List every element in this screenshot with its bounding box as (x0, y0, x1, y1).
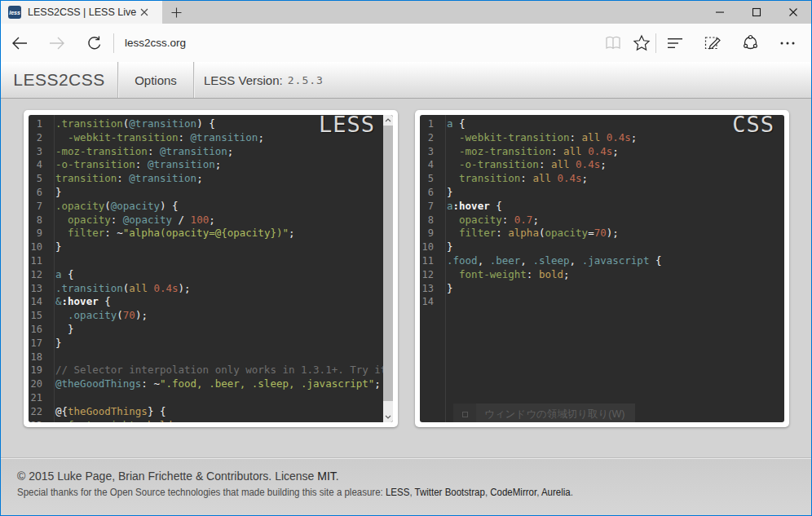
line-number: 5 (29, 172, 48, 186)
footer-link-twitter-bootstrap[interactable]: Twitter Bootstrap (415, 487, 485, 498)
code-line[interactable]: 11.food, .beer, .sleep, .javascript { (420, 254, 784, 268)
site-brand[interactable]: LESS2CSS (1, 62, 118, 98)
code-line[interactable]: 15 .opacity(70); (29, 309, 393, 323)
code-line[interactable]: 4 -o-transition: all 0.4s; (420, 158, 784, 172)
line-number: 7 (420, 200, 439, 214)
code-line[interactable]: 7a:hover { (420, 200, 784, 214)
version-label: LESS Version: (204, 73, 283, 87)
reading-view-icon[interactable] (598, 24, 627, 62)
code-line[interactable]: 14 (420, 295, 784, 309)
line-number: 1 (29, 117, 48, 131)
new-tab-button[interactable] (162, 1, 190, 24)
hub-icon[interactable] (656, 24, 694, 62)
line-number: 20 (29, 377, 48, 391)
code-line[interactable]: 13} (420, 282, 784, 296)
code-line[interactable]: 6} (420, 186, 784, 200)
line-number: 23 (29, 419, 48, 422)
copyright-text: © 2015 Luke Page, Brian Frichette & Cont… (17, 470, 317, 483)
line-number: 7 (29, 200, 48, 214)
code-line[interactable]: 23 font-weight: bold; (29, 419, 393, 422)
less-editor[interactable]: 1.transition(@transition) {2 -webkit-tra… (29, 115, 393, 422)
footer-link-aurelia[interactable]: Aurelia (541, 487, 571, 498)
line-number: 16 (29, 323, 48, 337)
tab-strip: less LESS2CSS | LESS Live Pr (1, 1, 811, 24)
code-line[interactable]: 9 filter: alpha(opacity=70); (420, 227, 784, 240)
code-line[interactable]: 22@{theGoodThings} { (29, 405, 393, 419)
code-line[interactable]: 10} (420, 240, 784, 254)
code-line[interactable]: 19// Selector interpolation only works i… (29, 364, 393, 377)
line-number: 13 (420, 282, 439, 296)
footer-thanks: Special thanks for the Open Source techn… (17, 487, 748, 498)
browser-window: less LESS2CSS | LESS Live Pr (0, 0, 812, 516)
code-line[interactable]: 5 transition: all 0.4s; (420, 172, 784, 186)
maximize-button[interactable] (738, 1, 774, 24)
ghost-snip-icon (453, 404, 476, 422)
minimize-button[interactable] (701, 1, 738, 24)
line-number: 9 (420, 227, 439, 240)
code-line[interactable]: 17} (29, 337, 393, 351)
less-version: LESS Version: 2.5.3 (194, 62, 324, 98)
close-window-button[interactable] (774, 1, 811, 24)
web-note-icon[interactable] (694, 24, 731, 62)
scroll-up-icon[interactable] (383, 115, 393, 126)
code-line[interactable]: 3 -moz-transition: all 0.4s; (420, 145, 784, 159)
line-number: 12 (29, 268, 48, 282)
footer-link-less[interactable]: LESS (386, 487, 409, 498)
browser-tab[interactable]: less LESS2CSS | LESS Live Pr (1, 1, 162, 24)
favorites-star-icon[interactable] (627, 24, 655, 62)
code-line[interactable]: 12a { (29, 268, 393, 282)
less-favicon: less (8, 6, 21, 19)
code-line[interactable]: 3-moz-transition: @transition; (29, 145, 393, 159)
browser-navbar: less2css.org (1, 24, 811, 62)
code-line[interactable]: 5transition: @transition; (29, 172, 393, 186)
footer-link-codemirror[interactable]: CodeMirror (490, 487, 536, 498)
scrollbar-thumb[interactable] (383, 126, 393, 401)
css-panel-label: CSS (732, 118, 774, 132)
line-number: 13 (29, 282, 48, 296)
code-line[interactable]: 21 (29, 391, 393, 405)
site-footer: © 2015 Luke Page, Brian Frichette & Cont… (1, 457, 811, 515)
code-line[interactable]: 18 (29, 351, 393, 364)
line-number: 2 (420, 131, 439, 145)
code-line[interactable]: 6} (29, 186, 393, 200)
code-line[interactable]: 10} (29, 240, 393, 254)
code-line[interactable]: 16 } (29, 323, 393, 337)
code-line[interactable]: 1a { (420, 117, 784, 131)
more-actions-icon[interactable] (769, 24, 806, 62)
less-panel-label: LESS (319, 118, 375, 132)
code-line[interactable]: 14&:hover { (29, 295, 393, 309)
mit-license-link[interactable]: MIT (317, 470, 336, 483)
titlebar-drag-area (190, 1, 701, 24)
site-header: LESS2CSS Options LESS Version: 2.5.3 (1, 62, 811, 99)
code-line[interactable]: 8 opacity: 0.7; (420, 214, 784, 227)
options-button[interactable]: Options (118, 62, 194, 98)
line-number: 9 (29, 227, 48, 240)
code-line[interactable]: 8 opacity: @opacity / 100; (29, 214, 393, 227)
code-line[interactable]: 4-o-transition: @transition; (29, 158, 393, 172)
line-number: 4 (29, 158, 48, 172)
line-number: 3 (29, 145, 48, 159)
tab-close-icon[interactable] (137, 5, 152, 20)
code-line[interactable]: 20@theGoodThings: ~".food, .beer, .sleep… (29, 377, 393, 391)
less-scrollbar[interactable] (383, 115, 393, 422)
ghost-snip-label: ウィンドウの領域切り取り(W) (484, 408, 624, 421)
line-number: 12 (420, 268, 439, 282)
css-panel: 1a {2 -webkit-transition: all 0.4s;3 -mo… (415, 110, 789, 427)
code-line[interactable]: 2 -webkit-transition: all 0.4s; (420, 131, 784, 145)
code-line[interactable]: 7.opacity(@opacity) { (29, 200, 393, 214)
code-line[interactable]: 11 (29, 254, 393, 268)
code-line[interactable]: 13.transition(all 0.4s); (29, 282, 393, 296)
line-number: 11 (420, 254, 439, 268)
back-button[interactable] (1, 24, 38, 62)
code-line[interactable]: 12 font-weight: bold; (420, 268, 784, 282)
scroll-down-icon[interactable] (383, 412, 393, 422)
forward-button[interactable] (38, 24, 76, 62)
ghost-snip-menu: ウィンドウの領域切り取り(W) (453, 404, 635, 422)
share-icon[interactable] (731, 24, 769, 62)
line-number: 2 (29, 131, 48, 145)
address-bar[interactable]: less2css.org (114, 24, 598, 62)
refresh-button[interactable] (76, 24, 113, 62)
css-editor[interactable]: 1a {2 -webkit-transition: all 0.4s;3 -mo… (420, 115, 784, 422)
line-number: 15 (29, 309, 48, 323)
code-line[interactable]: 9 filter: ~"alpha(opacity=@{opacity})"; (29, 227, 393, 240)
